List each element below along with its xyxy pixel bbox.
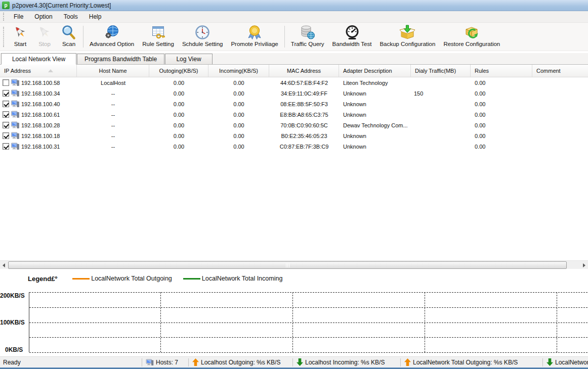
status-localhost-outgoing: Localhost Outgoing: %s KB/S — [188, 358, 292, 366]
outgoing-value: 0.00 — [149, 99, 208, 109]
scroll-right-arrow[interactable] — [580, 261, 588, 269]
status-localnetwork-outgoing: LocalNetwork Total Outgoing: %s KB/S — [400, 358, 542, 366]
rules-value: 0.00 — [471, 88, 532, 99]
comment-value — [532, 130, 588, 141]
ip-address: 192.168.100.61 — [21, 112, 60, 118]
adapter-description: Liteon Technology — [339, 77, 411, 88]
row-checkbox[interactable] — [3, 132, 9, 139]
daily-traffic — [411, 109, 471, 120]
vertical-gridline — [557, 292, 557, 352]
column-header-host-name[interactable]: Host Name — [77, 65, 149, 77]
row-checkbox[interactable] — [3, 79, 9, 86]
rules-value: 0.00 — [471, 130, 532, 141]
y-tick-200: 200KB/S — [0, 292, 27, 299]
host-name: -- — [77, 120, 149, 130]
row-checkbox[interactable] — [3, 143, 9, 150]
scrollbar-thumb[interactable] — [8, 261, 567, 269]
outgoing-value: 0.00 — [149, 141, 208, 152]
start-button-label: Start — [14, 41, 26, 47]
mac-address: B0:E2:35:46:05:23 — [269, 130, 339, 141]
menu-option[interactable]: Option — [29, 12, 58, 21]
rules-value: 0.00 — [471, 99, 532, 109]
daily-traffic — [411, 130, 471, 141]
incoming-series-swatch — [183, 278, 200, 280]
ip-address: 192.168.100.18 — [21, 133, 60, 139]
table-row[interactable]: 192.168.100.34 -- 0.00 0.00 34:E9:11:0C:… — [0, 88, 588, 99]
tab-log-view[interactable]: Log View — [165, 54, 213, 64]
toolbar: Start Stop Scan — [0, 23, 588, 51]
promote-priviliage-label: Promote Priviliage — [231, 41, 278, 47]
mac-address: C0:87:EB:7F:3B:C9 — [269, 141, 339, 152]
outgoing-value: 0.00 — [149, 88, 208, 99]
restore-configuration-button[interactable]: Restore Configuration — [439, 23, 504, 51]
table-row[interactable]: 192.168.100.28 -- 0.00 0.00 70:0B:C0:90:… — [0, 120, 588, 130]
host-name: -- — [77, 141, 149, 152]
table-row[interactable]: 192.168.100.40 -- 0.00 0.00 08:EE:8B:5F:… — [0, 99, 588, 109]
menu-bar: File Option Tools Help — [0, 11, 588, 23]
rules-value: 0.00 — [471, 77, 532, 88]
backup-configuration-label: Backup Configuration — [380, 41, 435, 47]
row-checkbox[interactable] — [3, 122, 9, 128]
comment-value — [532, 99, 588, 109]
table-row[interactable]: 192.168.100.58 LocalHost 0.00 0.00 44:6D… — [0, 77, 588, 88]
table-row[interactable]: 192.168.100.18 -- 0.00 0.00 B0:E2:35:46:… — [0, 130, 588, 141]
globe-gear-icon — [104, 24, 120, 40]
backup-configuration-button[interactable]: Backup Configuration — [375, 23, 439, 51]
column-header-incoming[interactable]: Incoming(KB/S) — [208, 65, 269, 77]
window-title: p2pover4.30[Current Priority:Lowest] — [12, 2, 111, 9]
y-tick-100: 100KB/S — [0, 319, 27, 326]
tab-programs-bandwidth-table[interactable]: Programs Bandwidth Table — [77, 54, 164, 64]
comment-value — [532, 109, 588, 120]
horizontal-scrollbar[interactable] — [0, 260, 588, 269]
down-arrow-icon — [547, 358, 553, 366]
menu-file[interactable]: File — [8, 12, 29, 21]
column-header-daily-traffic[interactable]: Dialy Traffic(MB) — [411, 65, 471, 77]
up-arrow-icon — [192, 358, 199, 366]
schedule-setting-label: Schdule Setting — [182, 41, 223, 47]
row-checkbox[interactable] — [3, 111, 9, 118]
mac-address: 70:0B:C0:90:60:5C — [269, 120, 339, 130]
row-checkbox[interactable] — [3, 90, 9, 97]
row-checkbox[interactable] — [3, 101, 9, 107]
stop-button[interactable]: Stop — [32, 23, 57, 51]
traffic-query-label: Traffic Query — [291, 41, 324, 47]
column-header-ip-address[interactable]: IP Address — [0, 65, 77, 77]
traffic-query-button[interactable]: Traffic Query — [287, 23, 328, 51]
menu-tools[interactable]: Tools — [58, 12, 83, 21]
incoming-series-label: LocalNetwork Total Incoming — [202, 275, 283, 282]
adapter-description: Unknown — [339, 88, 411, 99]
table-header: IP Address Host Name Outoging(KB/S) Inco… — [0, 65, 588, 77]
promote-priviliage-button[interactable]: Promote Priviliage — [227, 23, 282, 51]
tab-local-network-view[interactable]: Local Network View — [1, 53, 76, 65]
start-button[interactable]: Start — [8, 23, 32, 51]
computer-icon — [11, 111, 19, 118]
rules-value: 0.00 — [471, 120, 532, 130]
box-restore-icon — [464, 24, 480, 40]
outgoing-series-label: LocalNetwork Total Outgoing — [91, 275, 172, 282]
column-header-outgoing[interactable]: Outoging(KB/S) — [149, 65, 208, 77]
outgoing-value: 0.00 — [149, 77, 208, 88]
schedule-setting-button[interactable]: Schdule Setting — [178, 23, 227, 51]
scan-button[interactable]: Scan — [57, 23, 81, 51]
chart-legend: Legend£º LocalNetwork Total Outgoing Loc… — [0, 269, 588, 288]
column-header-adapter-description[interactable]: Adapter Description — [339, 65, 411, 77]
vertical-gridline — [160, 292, 161, 352]
advanced-option-button[interactable]: Advanced Option — [86, 23, 138, 51]
column-header-mac-address[interactable]: MAC Address — [269, 65, 339, 77]
menu-help[interactable]: Help — [83, 12, 107, 21]
ip-address: 192.168.100.34 — [21, 90, 60, 97]
table-row[interactable]: 192.168.100.61 -- 0.00 0.00 E8:BB:A8:65:… — [0, 109, 588, 120]
table-row[interactable]: 192.168.100.31 -- 0.00 0.00 C0:87:EB:7F:… — [0, 141, 588, 152]
column-header-rules[interactable]: Rules — [471, 65, 532, 77]
mac-address: 08:EE:8B:5F:50:F3 — [269, 99, 339, 109]
adapter-description: Unknown — [339, 130, 411, 141]
daily-traffic — [411, 77, 471, 88]
scroll-left-arrow[interactable] — [0, 261, 8, 269]
rule-setting-button[interactable]: Rule Setting — [138, 23, 178, 51]
column-header-comment[interactable]: Comment — [532, 65, 588, 77]
incoming-value: 0.00 — [208, 88, 269, 99]
clock-icon — [194, 24, 211, 40]
computer-icon — [11, 100, 19, 108]
bandwidth-test-button[interactable]: Bandwidth Test — [328, 23, 376, 51]
advanced-option-label: Advanced Option — [90, 41, 134, 47]
